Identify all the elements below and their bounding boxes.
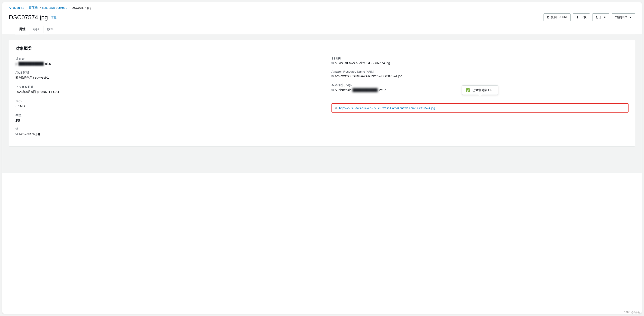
key-value: ⧉ DSC07574.jpg: [16, 132, 313, 136]
tab-versions[interactable]: 版本: [44, 25, 57, 34]
type-value: jpg: [16, 118, 313, 122]
last-modified-prop: 上次修改时间 2023年8月8日 pm8:07:11 CST: [16, 85, 313, 94]
owner-label: 拥有者: [16, 57, 313, 61]
header-actions: ⧉ 复制 S3 URI ⬇ 下载 打开 ↗ 对象操作 ▼: [544, 13, 635, 21]
download-icon: ⬇: [576, 15, 579, 19]
tooltip-check-icon: ✅: [466, 88, 470, 92]
arn-value: ⧉ arn:aws:s3:::susu-aws-bucket-2/DSC0757…: [332, 74, 628, 78]
key-label: 键: [16, 127, 313, 131]
page-title-area: DSC07574.jpg 信息: [9, 14, 56, 21]
owner-prop: 拥有者 y███████████niss: [16, 57, 313, 65]
download-button[interactable]: ⬇ 下载: [573, 13, 590, 21]
card-title: 对象概览: [16, 46, 628, 51]
type-prop: 类型 jpg: [16, 113, 313, 122]
open-label: 打开: [596, 15, 602, 19]
etag-copy-icon[interactable]: ⧉: [332, 88, 334, 92]
open-button[interactable]: 打开 ↗: [592, 13, 609, 21]
csdn-watermark: CSDN @©去去。: [624, 311, 642, 314]
aws-region-prop: AWS 区域 欧洲(爱尔兰) eu-west-1: [16, 71, 313, 80]
last-modified-label: 上次修改时间: [16, 85, 313, 89]
arn-prop: Amazon Resource Name (ARN) ⧉ arn:aws:s3:…: [332, 70, 628, 78]
s3-uri-prop: S3 URI ⧉ s3://susu-aws-bucket-2/DSC07574…: [332, 57, 628, 65]
breadcrumb-sep-3: >: [68, 6, 70, 9]
copied-tooltip: ✅ 已复制对象 URL: [462, 85, 498, 95]
tabs-bar: 属性 权限 版本: [9, 25, 635, 34]
object-overview-card: 对象概览 拥有者 y███████████niss AWS 区域 欧洲(爱尔兰)…: [9, 40, 635, 147]
url-copy-icon[interactable]: ⧉: [335, 106, 337, 110]
object-actions-button[interactable]: 对象操作 ▼: [612, 13, 635, 21]
s3-uri-copy-icon[interactable]: ⧉: [332, 61, 334, 65]
s3-uri-label: S3 URI: [332, 57, 628, 60]
object-url-link[interactable]: https://susu-aws-bucket-2.s3.eu-west-1.a…: [339, 106, 435, 110]
arn-label: Amazon Resource Name (ARN): [332, 70, 628, 73]
info-badge[interactable]: 信息: [50, 15, 56, 19]
main-content: 对象概览 拥有者 y███████████niss AWS 区域 欧洲(爱尔兰)…: [2, 34, 642, 173]
open-external-icon: ↗: [603, 15, 606, 19]
breadcrumb-sep-1: >: [26, 6, 27, 9]
breadcrumb-s3[interactable]: Amazon S3: [9, 6, 24, 9]
breadcrumb-buckets[interactable]: 存储桶: [29, 5, 38, 10]
size-value: 5.1MB: [16, 104, 313, 108]
size-prop: 大小 5.1MB: [16, 99, 313, 108]
breadcrumb-current-file: DSC07574.jpg: [72, 6, 91, 9]
copy-s3-uri-label: 复制 S3 URI: [551, 15, 567, 19]
page-header: DSC07574.jpg 信息 ⧉ 复制 S3 URI ⬇ 下载 打开 ↗ 对象…: [9, 12, 635, 25]
key-prop: 键 ⧉ DSC07574.jpg: [16, 127, 313, 136]
aws-region-label: AWS 区域: [16, 71, 313, 75]
aws-region-value: 欧洲(爱尔兰) eu-west-1: [16, 76, 313, 80]
copy-s3-uri-button[interactable]: ⧉ 复制 S3 URI: [544, 13, 571, 21]
owner-value: y███████████niss: [16, 62, 313, 65]
object-actions-label: 对象操作: [615, 15, 627, 19]
right-properties-col: S3 URI ⧉ s3://susu-aws-bucket-2/DSC07574…: [322, 57, 628, 141]
breadcrumb-bucket-name[interactable]: susu-aws-bucket-2: [42, 6, 67, 9]
tooltip-text: 已复制对象 URL: [472, 88, 494, 92]
tab-permissions[interactable]: 权限: [29, 25, 43, 34]
url-box: ⧉ https://susu-aws-bucket-2.s3.eu-west-1…: [332, 103, 628, 113]
copy-icon: ⧉: [547, 15, 549, 19]
last-modified-value: 2023年8月8日 pm8:07:11 CST: [16, 90, 313, 94]
breadcrumb-sep-2: >: [39, 6, 41, 9]
key-copy-icon[interactable]: ⧉: [16, 132, 18, 136]
type-label: 类型: [16, 113, 313, 117]
s3-uri-value: ⧉ s3://susu-aws-bucket-2/DSC07574.jpg: [332, 61, 628, 65]
size-label: 大小: [16, 99, 313, 103]
properties-grid: 拥有者 y███████████niss AWS 区域 欧洲(爱尔兰) eu-w…: [16, 57, 628, 141]
download-label: 下载: [580, 15, 586, 19]
tab-properties[interactable]: 属性: [15, 25, 29, 34]
dropdown-arrow-icon: ▼: [628, 15, 632, 19]
breadcrumb: Amazon S3 > 存储桶 > susu-aws-bucket-2 > DS…: [9, 5, 635, 10]
left-properties-col: 拥有者 y███████████niss AWS 区域 欧洲(爱尔兰) eu-w…: [16, 57, 322, 141]
arn-copy-icon[interactable]: ⧉: [332, 74, 334, 78]
page-title: DSC07574.jpg: [9, 14, 48, 21]
